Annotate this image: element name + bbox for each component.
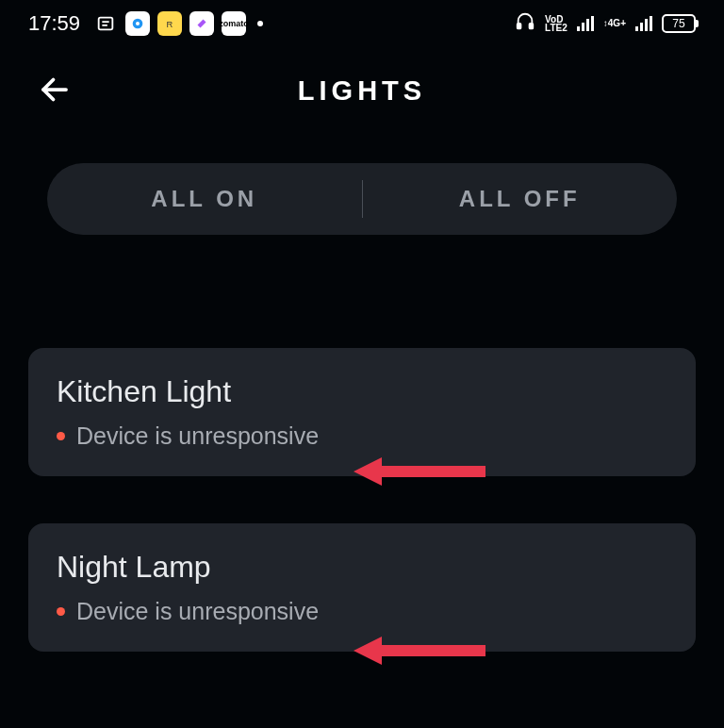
device-status-text: Device is unresponsive [76,422,319,450]
device-status-text: Device is unresponsive [76,598,319,625]
device-card-night-lamp[interactable]: Night Lamp Device is unresponsive [28,523,696,652]
svg-text:R: R [167,20,173,29]
app-icon-2: R [157,11,182,36]
app-icon-4: zomato [222,11,246,36]
volte-indicator: VoDLTE2 [545,15,568,32]
svg-point-4 [136,22,140,25]
device-name: Night Lamp [57,550,667,585]
svg-rect-7 [530,24,534,29]
back-button[interactable] [38,73,72,110]
page-title: LIGHTS [38,75,686,107]
page-header: LIGHTS [0,47,724,125]
4g-indicator: ↕4G+ [603,19,626,28]
all-off-button[interactable]: ALL OFF [363,167,678,231]
headphone-icon [515,11,535,36]
device-status-row: Device is unresponsive [57,598,667,625]
app-icon-1 [125,11,150,36]
status-right: VoDLTE2 ↕4G+ 75 [515,11,696,36]
status-indicator-icon [57,607,65,616]
all-on-button[interactable]: ALL ON [47,167,362,231]
svg-rect-0 [99,18,113,30]
device-card-kitchen-light[interactable]: Kitchen Light Device is unresponsive [28,348,696,476]
signal-icon-1 [577,16,594,31]
device-list: Kitchen Light Device is unresponsive Nig… [0,348,724,652]
battery-icon: 75 [662,14,696,33]
signal-icon-2 [635,16,652,31]
status-time: 17:59 [28,11,80,36]
more-notifications-icon [257,21,263,26]
status-bar: 17:59 R zomato VoDLTE2 [0,0,724,47]
message-icon [93,11,118,36]
device-status-row: Device is unresponsive [57,422,667,450]
all-toggle-group: ALL ON ALL OFF [47,163,677,235]
device-name: Kitchen Light [57,374,667,409]
status-indicator-icon [57,432,65,440]
app-icon-3 [189,11,214,36]
svg-rect-6 [518,24,521,29]
status-left: 17:59 R zomato [28,11,263,36]
